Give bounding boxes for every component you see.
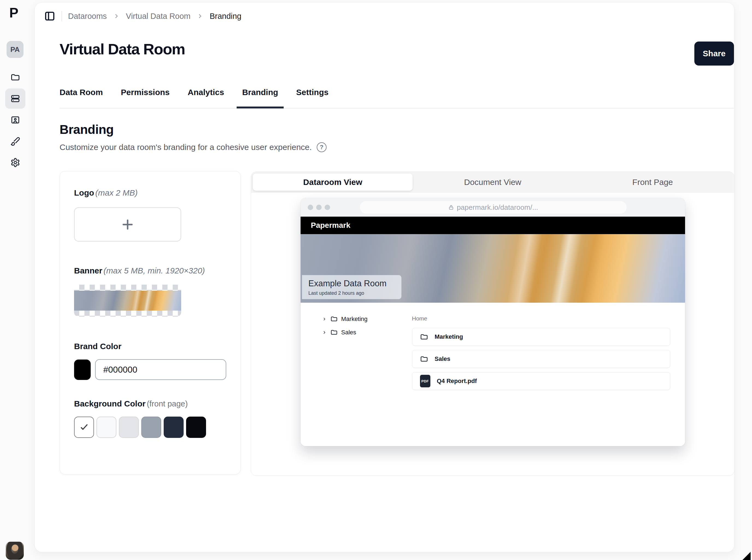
traffic-dot <box>316 205 322 210</box>
tree-item-sales: Sales <box>322 328 412 336</box>
dataroom-title: Example Data Room <box>309 279 395 288</box>
dataroom-updated: Last updated 2 hours ago <box>309 291 395 296</box>
gear-icon <box>11 158 20 167</box>
brand-header-text: Papermark <box>311 221 351 230</box>
dataroom-brand-header: Papermark <box>301 217 685 234</box>
browser-chrome-bar: papermark.io/dataroom/... <box>301 198 685 217</box>
app-rail: P PA <box>0 0 35 560</box>
bg-swatch-white-selected[interactable] <box>74 417 94 438</box>
bg-swatch-gray[interactable] <box>141 417 161 438</box>
folder-icon <box>11 73 20 82</box>
bg-swatch-offwhite[interactable] <box>97 417 116 438</box>
pdf-icon: PDF <box>420 375 430 387</box>
logo-hint: (max 2 MB) <box>95 188 138 197</box>
breadcrumb-item-datarooms[interactable]: Datarooms <box>68 12 107 21</box>
lock-icon <box>448 204 454 211</box>
banner-image-preview <box>74 291 181 311</box>
sidebar-item-documents[interactable] <box>5 67 25 87</box>
breadcrumb-item-dataroom[interactable]: Virtual Data Room <box>126 12 191 21</box>
dataroom-content: Marketing Sales Home Marketing <box>301 303 685 394</box>
breadcrumb-item-current: Branding <box>210 12 241 21</box>
section-description-row: Customize your data room's branding for … <box>60 142 326 152</box>
preview-tab-dataroom-view[interactable]: Dataroom View <box>253 174 413 191</box>
tab-analytics[interactable]: Analytics <box>188 83 224 108</box>
dataroom-title-box: Example Data Room Last updated 2 hours a… <box>302 275 401 299</box>
traffic-dot <box>324 205 330 210</box>
document-card-q4-report: PDF Q4 Report.pdf <box>412 372 670 390</box>
sidebar-item-branding[interactable] <box>5 131 25 151</box>
tab-data-room[interactable]: Data Room <box>60 83 103 108</box>
tree-item-marketing: Marketing <box>322 315 412 323</box>
breadcrumb: Datarooms Virtual Data Room Branding <box>44 9 241 23</box>
tab-branding[interactable]: Branding <box>242 83 278 108</box>
breadcrumb-divider <box>61 11 62 21</box>
logo-label: Logo <box>74 188 94 197</box>
brand-color-label: Brand Color <box>74 342 121 351</box>
background-color-swatches <box>74 417 226 438</box>
home-column: Home Marketing Sales PDF Q4 Report.pdf <box>412 315 670 394</box>
contact-card-icon <box>11 115 20 125</box>
tree-label: Marketing <box>341 316 368 323</box>
document-card-label: Q4 Report.pdf <box>437 378 477 385</box>
section-title: Branding <box>60 122 114 137</box>
logo-upload-dropzone[interactable] <box>74 207 181 241</box>
bg-swatch-black[interactable] <box>186 417 206 438</box>
main-panel: Datarooms Virtual Data Room Branding Vir… <box>35 2 734 552</box>
brand-color-swatch[interactable] <box>74 360 91 380</box>
folder-card-label: Sales <box>435 355 451 362</box>
share-button[interactable]: Share <box>694 41 734 65</box>
banner-label-row: Banner (max 5 MB, min. 1920×320) <box>74 266 226 275</box>
section-description: Customize your data room's branding for … <box>60 143 312 152</box>
banner-upload-preview[interactable] <box>74 285 181 317</box>
plus-icon <box>120 217 135 232</box>
folder-card-label: Marketing <box>435 333 463 340</box>
mouse-cursor <box>743 552 751 560</box>
browser-mockup: papermark.io/dataroom/... Papermark Exam… <box>301 198 685 446</box>
home-label: Home <box>412 315 670 322</box>
banner-hint: (max 5 MB, min. 1920×320) <box>103 266 205 275</box>
folder-icon <box>330 328 338 336</box>
chevron-right-icon <box>196 13 203 20</box>
server-icon <box>11 94 20 103</box>
dataroom-banner: Example Data Room Last updated 2 hours a… <box>301 234 685 303</box>
tree-label: Sales <box>341 329 356 336</box>
tab-settings[interactable]: Settings <box>296 83 329 108</box>
brand-color-row <box>74 359 226 380</box>
sidebar-toggle-icon[interactable] <box>44 11 56 22</box>
url-text: papermark.io/dataroom/... <box>457 203 538 212</box>
folder-tree: Marketing Sales <box>322 315 412 394</box>
brush-icon <box>11 136 20 146</box>
team-avatar[interactable]: PA <box>6 41 23 58</box>
brand-color-input[interactable] <box>95 359 226 380</box>
bg-swatch-darkslate[interactable] <box>164 417 184 438</box>
traffic-dot <box>308 205 313 210</box>
branding-form-card: Logo (max 2 MB) Banner (max 5 MB, min. 1… <box>60 171 241 475</box>
help-icon[interactable]: ? <box>317 142 326 152</box>
traffic-light-dots <box>308 205 330 210</box>
sidebar-item-settings[interactable] <box>5 153 25 173</box>
preview-tab-document-view[interactable]: Document View <box>413 174 572 191</box>
banner-label: Banner <box>74 266 102 275</box>
brand-color-label-row: Brand Color <box>74 342 226 351</box>
preview-panel: Dataroom View Document View Front Page p… <box>251 172 734 476</box>
rail-nav <box>5 67 25 173</box>
chevron-right-icon <box>322 317 327 321</box>
background-color-label: Background Color <box>74 399 146 408</box>
folder-card-marketing: Marketing <box>412 328 670 346</box>
check-icon <box>79 422 89 432</box>
preview-tab-bar: Dataroom View Document View Front Page <box>251 172 734 193</box>
user-avatar[interactable] <box>6 542 24 560</box>
chevron-right-icon <box>113 13 120 20</box>
page-title: Virtual Data Room <box>60 40 185 58</box>
tab-bar: Data Room Permissions Analytics Branding… <box>60 83 734 108</box>
background-color-hint: (front page) <box>147 399 188 408</box>
sidebar-item-visitors[interactable] <box>5 110 25 130</box>
folder-card-sales: Sales <box>412 350 670 368</box>
bg-swatch-lightgray[interactable] <box>119 417 139 438</box>
preview-tab-front-page[interactable]: Front Page <box>573 174 733 191</box>
app-logo[interactable]: P <box>9 5 18 21</box>
folder-icon <box>420 355 428 363</box>
sidebar-item-datarooms[interactable] <box>5 88 25 109</box>
tab-permissions[interactable]: Permissions <box>121 83 170 108</box>
chevron-right-icon <box>322 330 327 335</box>
